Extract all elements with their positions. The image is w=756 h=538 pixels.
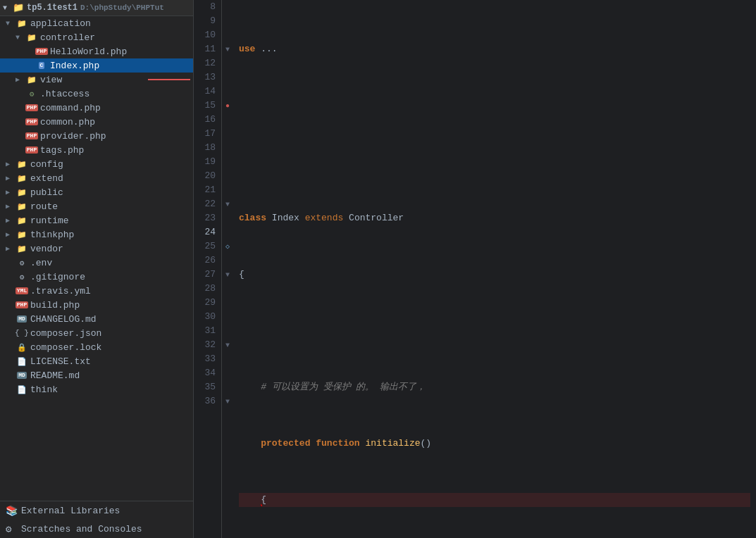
tree-item-env[interactable]: ⚙ .env [0, 256, 193, 270]
tree-item-view[interactable]: ▶ 📁 view [0, 73, 193, 87]
tree-item-changelog[interactable]: MD CHANGELOG.md [0, 312, 193, 326]
code-lines[interactable]: use ... class Index extends Controller {… [233, 0, 756, 538]
tree-item-think[interactable]: 📄 think [0, 382, 193, 396]
md-icon: MD [16, 370, 28, 381]
code-line-13 [239, 324, 750, 338]
folder-icon: 📁 [16, 243, 28, 254]
gutter: ▼ ● ▼ ◇ ▼ ▼ [222, 0, 233, 538]
md-icon: MD [16, 313, 28, 325]
tree-item-build[interactable]: PHP build.php [0, 298, 193, 312]
php-file-icon: PHP [25, 102, 38, 113]
scratches-consoles-label: Scratches and Consoles [21, 524, 142, 534]
tree-item-composerlock[interactable]: 🔒 composer.lock [0, 340, 193, 354]
external-libraries-icon: 📚 [6, 505, 17, 516]
tree-item-license[interactable]: 📄 LICENSE.txt [0, 354, 193, 368]
code-line-8: use ... [239, 42, 750, 56]
php-file-icon: PHP [25, 130, 38, 142]
project-arrow: ▼ [3, 4, 13, 12]
project-path: D:\phpStudy\PHPTut [80, 4, 164, 12]
php-file-icon: PHP [25, 144, 38, 156]
folder-icon: 📁 [16, 229, 28, 240]
tree-item-vendor[interactable]: ▶ 📁 vendor [0, 242, 193, 256]
lock-icon: 🔒 [16, 342, 28, 353]
tree-item-helloworld[interactable]: PHP HelloWorld.php [0, 44, 193, 58]
yml-icon: YML [16, 285, 28, 296]
tree-item-htaccess[interactable]: ⚙ .htaccess [0, 87, 193, 101]
code-line-11: class Index extends Controller [239, 211, 750, 225]
external-libraries-label: External Libraries [21, 506, 120, 516]
tree-item-extend[interactable]: ▶ 📁 extend [0, 171, 193, 185]
tree-item-common[interactable]: PHP common.php [0, 115, 193, 129]
tree-item-composerjson[interactable]: { } composer.json [0, 326, 193, 340]
code-area[interactable]: 8 9 10 11 12 13 14 15 16 17 18 19 20 21 … [194, 0, 756, 538]
code-line-14: # 可以设置为 受保护 的。 输出不了， [239, 380, 750, 394]
tree-item-application[interactable]: ▼ 📁 application [0, 16, 193, 30]
tree-item-readme[interactable]: MD README.md [0, 368, 193, 382]
folder-icon: 📁 [25, 74, 38, 85]
code-line-9 [239, 99, 750, 113]
env-icon: ⚙ [16, 257, 28, 268]
tree-item-runtime[interactable]: ▶ 📁 runtime [0, 213, 193, 227]
php-file-icon: PHP [35, 46, 48, 57]
txt-icon: 📄 [16, 356, 28, 367]
code-line-12: { [239, 268, 750, 282]
folder-icon: 📁 [25, 32, 38, 43]
tree-item-gitignore[interactable]: ⚙ .gitignore [0, 270, 193, 284]
tree-item-config[interactable]: ▶ 📁 config [0, 157, 193, 171]
code-line-16: { [239, 493, 750, 507]
php-file-blue-icon: C [35, 60, 48, 71]
folder-icon: 📁 [16, 173, 28, 184]
php-file-icon: PHP [16, 299, 28, 311]
gitignore-icon: ⚙ [16, 271, 28, 282]
tree-item-travis[interactable]: YML .travis.yml [0, 284, 193, 298]
external-libraries-item[interactable]: 📚 External Libraries [0, 501, 193, 520]
think-icon: 📄 [16, 384, 28, 395]
sidebar-bottom: 📚 External Libraries ⚙ Scratches and Con… [0, 501, 193, 538]
tree-item-provider[interactable]: PHP provider.php [0, 129, 193, 143]
tree-item-controller[interactable]: ▼ 📁 controller [0, 30, 193, 44]
json-icon: { } [16, 327, 28, 339]
tree-item-command[interactable]: PHP command.php [0, 101, 193, 115]
code-line-15: protected function initialize() [239, 437, 750, 451]
folder-icon: 📁 [16, 18, 28, 29]
sidebar: ▼ 📁 tp5.1test1 D:\phpStudy\PHPTut ▼ 📁 ap… [0, 0, 194, 538]
tree-item-public[interactable]: ▶ 📁 public [0, 185, 193, 199]
tree-item-thinkphp[interactable]: ▶ 📁 thinkphp [0, 227, 193, 242]
project-name: tp5.1test1 [27, 3, 78, 13]
project-header[interactable]: ▼ 📁 tp5.1test1 D:\phpStudy\PHPTut [0, 0, 193, 16]
code-line-10 [239, 155, 750, 169]
line-numbers: 8 9 10 11 12 13 14 15 16 17 18 19 20 21 … [194, 0, 222, 538]
tree-item-route[interactable]: ▶ 📁 route [0, 199, 193, 213]
folder-icon: 📁 [16, 215, 28, 226]
php-file-icon: PHP [25, 116, 38, 127]
project-folder-icon: 📁 [13, 2, 24, 13]
editor-area: 8 9 10 11 12 13 14 15 16 17 18 19 20 21 … [194, 0, 756, 538]
folder-icon: 📁 [16, 201, 28, 212]
scratches-consoles-item[interactable]: ⚙ Scratches and Consoles [0, 520, 193, 538]
tree-item-tags[interactable]: PHP tags.php [0, 143, 193, 157]
think-label: think [30, 384, 190, 395]
tree-item-index[interactable]: C Index.php [0, 58, 193, 73]
scratches-icon: ⚙ [6, 523, 17, 534]
htaccess-icon: ⚙ [25, 88, 38, 99]
folder-icon: 📁 [16, 158, 28, 170]
folder-icon: 📁 [16, 187, 28, 198]
